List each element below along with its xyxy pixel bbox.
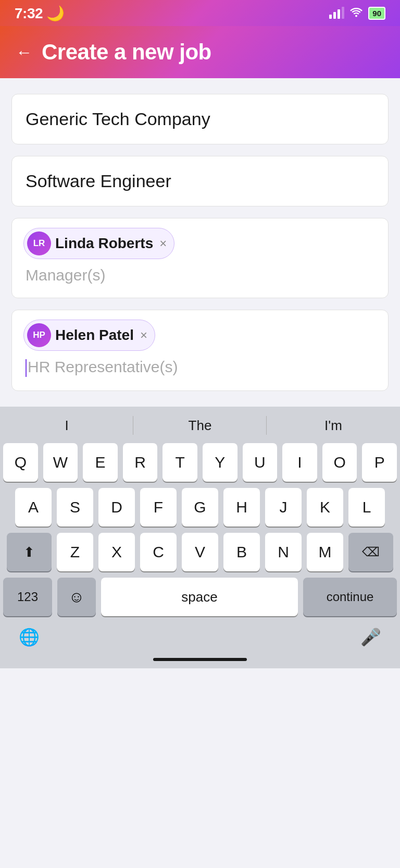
key-c[interactable]: C xyxy=(140,533,177,571)
key-g[interactable]: G xyxy=(182,488,218,527)
key-r[interactable]: R xyxy=(123,443,158,482)
role-field[interactable]: Software Engineer xyxy=(11,156,389,206)
key-row-3: ⬆ Z X C V B N M ⌫ xyxy=(3,533,397,571)
key-l[interactable]: L xyxy=(348,488,385,527)
key-f[interactable]: F xyxy=(140,488,177,527)
key-t[interactable]: T xyxy=(162,443,197,482)
manager-field[interactable]: LR Linda Roberts × Manager(s) xyxy=(11,218,389,298)
key-q[interactable]: Q xyxy=(3,443,38,482)
key-x[interactable]: X xyxy=(98,533,135,571)
key-w[interactable]: W xyxy=(43,443,78,482)
key-k[interactable]: K xyxy=(307,488,343,527)
manager-tag-chip: LR Linda Roberts × xyxy=(23,228,174,259)
keyboard-bottom-bar: 🌐 🎤 xyxy=(0,621,400,658)
manager-tag-row: LR Linda Roberts × xyxy=(23,228,377,259)
suggestion-im[interactable]: I'm xyxy=(267,412,400,439)
key-u[interactable]: U xyxy=(243,443,278,482)
hr-tag-chip: HP Helen Patel × xyxy=(23,320,155,351)
key-z[interactable]: Z xyxy=(57,533,93,571)
text-cursor xyxy=(26,359,27,377)
manager-remove-button[interactable]: × xyxy=(159,237,167,250)
key-y[interactable]: Y xyxy=(203,443,238,482)
status-time: 7:32 🌙 xyxy=(15,5,65,22)
signal-icon xyxy=(329,7,344,19)
mic-icon[interactable]: 🎤 xyxy=(360,627,381,647)
space-key[interactable]: space xyxy=(101,578,298,616)
key-a[interactable]: A xyxy=(15,488,52,527)
suggestion-i[interactable]: I xyxy=(0,412,133,439)
company-field[interactable]: Generic Tech Company xyxy=(11,94,389,144)
key-row-1: Q W E R T Y U I O P xyxy=(3,443,397,482)
manager-name: Linda Roberts xyxy=(55,235,153,252)
key-b[interactable]: B xyxy=(223,533,260,571)
emoji-key[interactable]: ☺ xyxy=(57,578,96,616)
keyboard-bottom-row: 123 ☺ space continue xyxy=(0,571,400,621)
key-p[interactable]: P xyxy=(362,443,397,482)
key-s[interactable]: S xyxy=(57,488,93,527)
key-j[interactable]: J xyxy=(265,488,302,527)
header: ← Create a new job xyxy=(0,26,400,78)
keyboard: I The I'm Q W E R T Y U I O P A S D F xyxy=(0,407,400,668)
key-m[interactable]: M xyxy=(307,533,343,571)
status-bar: 7:32 🌙 90 xyxy=(0,0,400,26)
hr-placeholder[interactable]: HR Representative(s) xyxy=(23,356,377,379)
key-i[interactable]: I xyxy=(282,443,317,482)
back-button[interactable]: ← xyxy=(16,44,32,60)
keyboard-suggestions: I The I'm xyxy=(0,412,400,439)
suggestion-the[interactable]: The xyxy=(133,412,267,439)
key-v[interactable]: V xyxy=(182,533,218,571)
home-bar xyxy=(0,658,400,668)
hr-name: Helen Patel xyxy=(55,327,134,344)
page-title: Create a new job xyxy=(42,40,211,65)
key-n[interactable]: N xyxy=(265,533,302,571)
key-row-2: A S D F G H J K L xyxy=(3,488,397,527)
key-d[interactable]: D xyxy=(98,488,135,527)
key-e[interactable]: E xyxy=(83,443,118,482)
home-indicator xyxy=(153,658,247,661)
backspace-key[interactable]: ⌫ xyxy=(348,533,393,571)
hr-field[interactable]: HP Helen Patel × HR Representative(s) xyxy=(11,310,389,391)
key-h[interactable]: H xyxy=(223,488,260,527)
form-area: Generic Tech Company Software Engineer L… xyxy=(0,78,400,407)
manager-placeholder: Manager(s) xyxy=(23,264,377,286)
key-o[interactable]: O xyxy=(322,443,357,482)
key-rows: Q W E R T Y U I O P A S D F G H J K L ⬆ … xyxy=(0,439,400,571)
hr-avatar: HP xyxy=(27,323,51,347)
status-icons: 90 xyxy=(329,7,385,20)
wifi-icon xyxy=(349,7,363,20)
hr-remove-button[interactable]: × xyxy=(140,329,147,341)
shift-key[interactable]: ⬆ xyxy=(7,533,52,571)
hr-tag-row: HP Helen Patel × xyxy=(23,320,377,351)
globe-icon[interactable]: 🌐 xyxy=(19,627,40,647)
battery-icon: 90 xyxy=(368,7,385,20)
manager-avatar: LR xyxy=(27,231,51,255)
continue-key[interactable]: continue xyxy=(303,578,397,616)
num-key[interactable]: 123 xyxy=(3,578,52,616)
